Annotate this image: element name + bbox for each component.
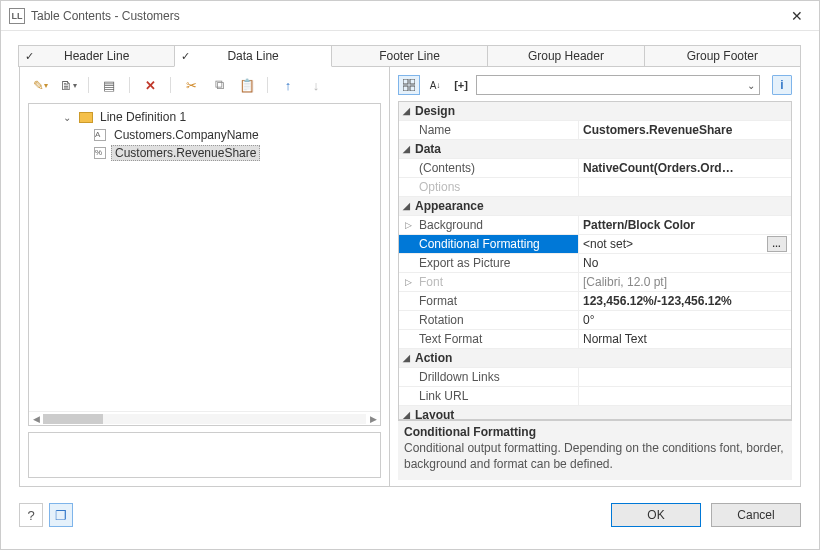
collapse-icon[interactable]: ◢ [403,106,415,116]
ellipsis-button[interactable]: … [767,236,787,252]
description-text: Conditional output formatting. Depending… [404,441,786,472]
tab-group-header[interactable]: Group Header [487,45,644,67]
property-row[interactable]: Conditional Formatting<not set>… [399,235,791,254]
page-icon[interactable]: 🗎▾ [60,77,76,93]
category-label: Data [415,142,441,156]
property-value[interactable]: 123,456.12%/-123,456.12% [579,292,791,310]
property-name: Format [399,292,579,310]
property-row[interactable]: Format123,456.12%/-123,456.12% [399,292,791,311]
property-category[interactable]: ◢Action [399,349,791,368]
tree-item[interactable]: ACustomers.CompanyName [33,126,376,144]
paste-icon[interactable]: 📋 [239,77,255,93]
cancel-button[interactable]: Cancel [711,503,801,527]
folder-icon [79,110,93,124]
tab-label: Group Header [528,49,604,63]
property-value[interactable] [579,178,791,196]
property-value[interactable]: Normal Text [579,330,791,348]
svg-rect-3 [410,86,415,91]
property-value[interactable]: 0° [579,311,791,329]
collapse-icon[interactable]: ◢ [403,201,415,211]
info-button[interactable]: i [772,75,792,95]
property-row[interactable]: NameCustomers.RevenueShare [399,121,791,140]
property-row[interactable]: Link URL [399,387,791,406]
tab-data-line[interactable]: ✓Data Line [174,45,331,67]
tab-label: Group Footer [687,49,758,63]
layers-button[interactable]: ❐ [49,503,73,527]
properties-icon[interactable]: ▤ [101,77,117,93]
property-grid[interactable]: ◢DesignNameCustomers.RevenueShare◢Data(C… [398,101,792,420]
tree-root-row[interactable]: ⌄ Line Definition 1 [33,108,376,126]
property-category[interactable]: ◢Design [399,102,791,121]
property-row[interactable]: (Contents)NativeCount(Orders.Ord… [399,159,791,178]
field-tree[interactable]: ⌄ Line Definition 1 ACustomers.CompanyNa… [28,103,381,426]
property-value[interactable] [579,387,791,405]
category-label: Action [415,351,452,365]
property-row[interactable]: ▷Font[Calibri, 12.0 pt] [399,273,791,292]
titlebar: LL Table Contents - Customers ✕ [1,1,819,31]
scroll-track[interactable] [43,414,366,424]
property-value[interactable]: Customers.RevenueShare [579,121,791,139]
delete-icon[interactable]: ✕ [142,77,158,93]
ok-button[interactable]: OK [611,503,701,527]
collapse-icon[interactable]: ⌄ [63,112,75,123]
preview-box [28,432,381,478]
collapse-icon[interactable]: ◢ [403,410,415,420]
property-category[interactable]: ◢Appearance [399,197,791,216]
tab-label: Data Line [227,49,278,63]
property-value[interactable]: Pattern/Block Color [579,216,791,234]
expand-button[interactable]: [+] [450,75,472,95]
help-button[interactable]: ? [19,503,43,527]
property-name: ▷Font [399,273,579,291]
property-value[interactable]: [Calibri, 12.0 pt] [579,273,791,291]
alphabetical-view-button[interactable]: A↓ [424,75,446,95]
property-name: Rotation [399,311,579,329]
property-row[interactable]: Rotation0° [399,311,791,330]
right-toolbar: A↓ [+] ⌄ i [398,75,792,101]
property-row[interactable]: Text FormatNormal Text [399,330,791,349]
tab-header-line[interactable]: ✓Header Line [18,45,175,67]
collapse-icon[interactable]: ◢ [403,353,415,363]
property-value[interactable]: No [579,254,791,272]
expand-icon[interactable]: ▷ [405,277,415,287]
property-value[interactable]: <not set>… [579,235,791,253]
move-down-icon[interactable]: ↓ [308,77,324,93]
categorized-view-button[interactable] [398,75,420,95]
property-value[interactable]: NativeCount(Orders.Ord… [579,159,791,177]
expand-icon[interactable]: ▷ [405,220,415,230]
separator [170,77,171,93]
tree-item[interactable]: %Customers.RevenueShare [33,144,376,162]
property-category[interactable]: ◢Data [399,140,791,159]
collapse-icon[interactable]: ◢ [403,144,415,154]
tab-footer-line[interactable]: Footer Line [331,45,488,67]
new-icon[interactable]: ✎▾ [32,77,48,93]
tab-label: Header Line [64,49,129,63]
property-combo[interactable]: ⌄ [476,75,760,95]
content-area: ✎▾ 🗎▾ ▤ ✕ ✂ ⧉ 📋 ↑ ↓ ⌄ Line Definition 1 … [19,67,801,487]
field-type-icon: % [93,146,107,160]
category-label: Layout [415,408,454,420]
field-type-icon: A [93,128,107,142]
scroll-right-icon[interactable]: ▶ [366,412,380,426]
property-category[interactable]: ◢Layout [399,406,791,420]
section-tabs: ✓Header Line✓Data LineFooter LineGroup H… [19,45,801,67]
horizontal-scrollbar[interactable]: ◀ ▶ [29,411,380,425]
property-row[interactable]: Drilldown Links [399,368,791,387]
property-row[interactable]: Options [399,178,791,197]
scroll-left-icon[interactable]: ◀ [29,412,43,426]
property-name: Conditional Formatting [399,235,579,253]
property-row[interactable]: Export as PictureNo [399,254,791,273]
copy-icon[interactable]: ⧉ [211,77,227,93]
property-name: (Contents) [399,159,579,177]
scroll-thumb[interactable] [43,414,103,424]
property-row[interactable]: ▷BackgroundPattern/Block Color [399,216,791,235]
cut-icon[interactable]: ✂ [183,77,199,93]
close-button[interactable]: ✕ [783,4,811,28]
category-label: Appearance [415,199,484,213]
property-value[interactable] [579,368,791,386]
svg-rect-2 [403,86,408,91]
move-up-icon[interactable]: ↑ [280,77,296,93]
svg-rect-0 [403,79,408,84]
tree-item-label: Customers.CompanyName [111,128,262,142]
svg-rect-1 [410,79,415,84]
tab-group-footer[interactable]: Group Footer [644,45,801,67]
